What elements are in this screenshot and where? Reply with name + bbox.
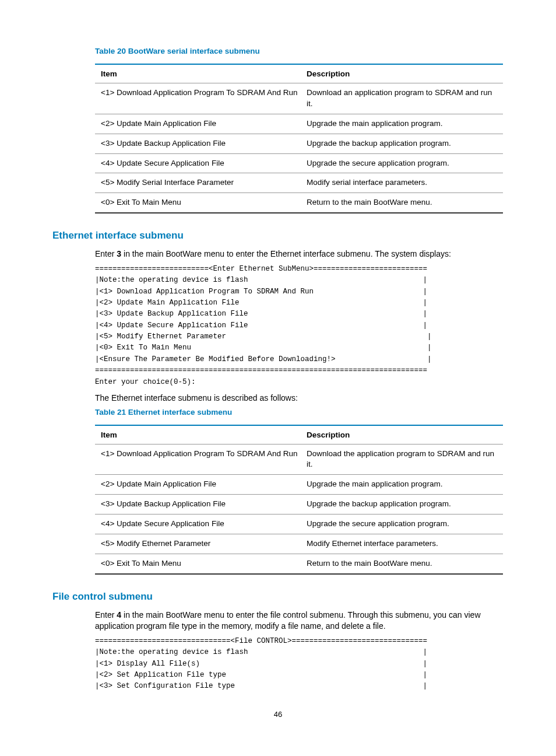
- ethernet-heading: Ethernet interface submenu: [52, 230, 504, 242]
- table-row: <3> Update Backup Application FileUpgrad…: [95, 495, 503, 514]
- file-intro-bold: 4: [117, 610, 121, 620]
- table21-head-desc: Description: [305, 425, 503, 444]
- table20-head-item: Item: [95, 64, 305, 83]
- table-cell-desc: Upgrade the backup application program.: [305, 495, 503, 514]
- table-cell-item: <4> Update Secure Application File: [95, 153, 305, 173]
- ethernet-after-pre: The Ethernet interface submenu is descri…: [95, 393, 504, 404]
- table-row: <4> Update Secure Application FileUpgrad…: [95, 153, 503, 173]
- table-cell-desc: Download the application program to SDRA…: [305, 444, 503, 475]
- table-cell-desc: Upgrade the main application program.: [305, 114, 503, 134]
- table-cell-item: <3> Update Backup Application File: [95, 495, 305, 514]
- table-row: <5> Modify Serial Interface ParameterMod…: [95, 173, 503, 193]
- table-row: <2> Update Main Application FileUpgrade …: [95, 114, 503, 134]
- table-cell-desc: Upgrade the secure application program.: [305, 514, 503, 534]
- table-cell-desc: Upgrade the secure application program.: [305, 153, 503, 173]
- table20-title: Table 20 BootWare serial interface subme…: [95, 47, 504, 55]
- table-cell-item: <3> Update Backup Application File: [95, 134, 305, 153]
- table20: Item Description <1> Download Applicatio…: [95, 64, 503, 214]
- table20-head-desc: Description: [305, 64, 503, 83]
- table-cell-desc: Upgrade the main application program.: [305, 475, 503, 495]
- table-cell-desc: Upgrade the backup application program.: [305, 134, 503, 153]
- ethernet-intro: Enter 3 in the main BootWare menu to ent…: [95, 249, 504, 260]
- table-cell-item: <2> Update Main Application File: [95, 475, 305, 495]
- table20-body: <1> Download Application Program To SDRA…: [95, 83, 503, 214]
- table-cell-item: <0> Exit To Main Menu: [95, 554, 305, 573]
- file-intro-pre: Enter: [95, 610, 117, 620]
- file-heading: File control submenu: [52, 591, 504, 603]
- table21: Item Description <1> Download Applicatio…: [95, 425, 503, 575]
- table-cell-item: <0> Exit To Main Menu: [95, 193, 305, 213]
- page-number: 46: [52, 710, 504, 719]
- table21-body: <1> Download Application Program To SDRA…: [95, 444, 503, 574]
- table-cell-item: <1> Download Application Program To SDRA…: [95, 444, 305, 475]
- table-cell-item: <1> Download Application Program To SDRA…: [95, 83, 305, 114]
- eth-intro-pre: Enter: [95, 249, 117, 258]
- table-row: <1> Download Application Program To SDRA…: [95, 83, 503, 114]
- table21-head-item: Item: [95, 425, 305, 444]
- table-row: <2> Update Main Application FileUpgrade …: [95, 475, 503, 495]
- table-cell-desc: Return to the main BootWare menu.: [305, 554, 503, 573]
- table-row: <0> Exit To Main MenuReturn to the main …: [95, 554, 503, 573]
- table-cell-desc: Return to the main BootWare menu.: [305, 193, 503, 213]
- file-intro-post: in the main BootWare menu to enter the f…: [95, 610, 481, 631]
- table-cell-item: <4> Update Secure Application File: [95, 514, 305, 534]
- table-row: <3> Update Backup Application FileUpgrad…: [95, 134, 503, 153]
- table-row: <5> Modify Ethernet ParameterModify Ethe…: [95, 534, 503, 554]
- table21-title: Table 21 Ethernet interface submenu: [95, 408, 504, 416]
- eth-intro-post: in the main BootWare menu to enter the E…: [121, 249, 451, 258]
- table-cell-item: <5> Modify Ethernet Parameter: [95, 534, 305, 554]
- file-console-output: ===============================<File CON…: [95, 636, 504, 692]
- eth-intro-bold: 3: [117, 249, 121, 258]
- table-row: <4> Update Secure Application FileUpgrad…: [95, 514, 503, 534]
- table-cell-item: <5> Modify Serial Interface Parameter: [95, 173, 305, 193]
- table-cell-desc: Modify serial interface parameters.: [305, 173, 503, 193]
- table-cell-desc: Modify Ethernet interface parameters.: [305, 534, 503, 554]
- table-cell-item: <2> Update Main Application File: [95, 114, 305, 134]
- table-row: <1> Download Application Program To SDRA…: [95, 444, 503, 475]
- table-cell-desc: Download an application program to SDRAM…: [305, 83, 503, 114]
- file-intro: Enter 4 in the main BootWare menu to ent…: [95, 610, 504, 632]
- ethernet-console-output: ==========================<Enter Etherne…: [95, 264, 504, 388]
- table-row: <0> Exit To Main MenuReturn to the main …: [95, 193, 503, 213]
